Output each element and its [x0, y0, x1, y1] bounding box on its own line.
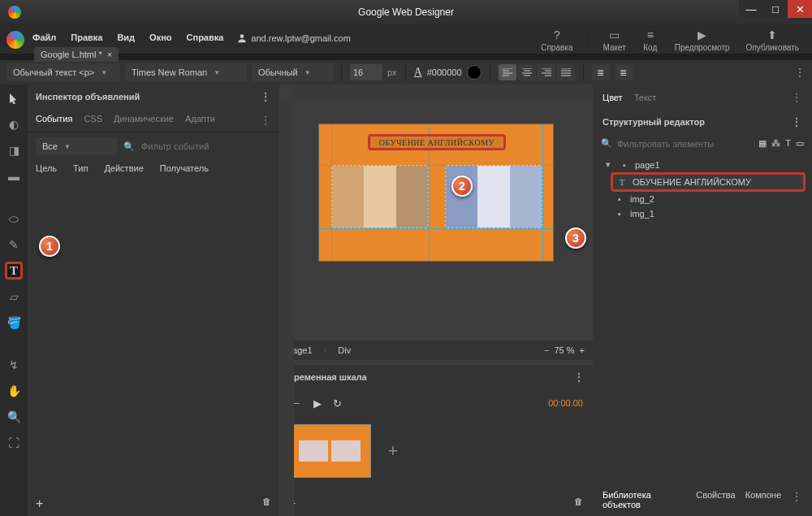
outline-filter-placeholder[interactable]: Фильтровать элементы: [617, 139, 714, 149]
more-icon[interactable]: ⋮: [791, 490, 802, 509]
tree-item-page[interactable]: ▾ ▪ page1: [599, 157, 806, 172]
gwd-logo-icon: [6, 31, 24, 49]
menu-file[interactable]: Файл: [32, 33, 56, 42]
close-button[interactable]: ✕: [788, 0, 812, 18]
text-tool[interactable]: T: [5, 262, 23, 280]
add-page-button[interactable]: +: [378, 436, 408, 466]
add-event-button[interactable]: +: [36, 496, 43, 511]
zoom-out-button[interactable]: −: [544, 345, 549, 355]
zoom-in-button[interactable]: +: [580, 345, 585, 355]
zoom-tool[interactable]: 🔍: [5, 408, 23, 426]
preview-button[interactable]: ▶Предпросмотр: [670, 29, 735, 52]
layout-button[interactable]: ▭Макет: [598, 29, 630, 52]
more-icon[interactable]: ⋮: [260, 90, 271, 103]
image-placeholder: [332, 166, 428, 228]
font-family-dropdown[interactable]: Times New Roman▼: [125, 63, 247, 81]
filter-placeholder[interactable]: Фильтр событий: [141, 141, 209, 151]
more-icon[interactable]: ⋮: [573, 371, 585, 384]
font-weight-value: Обычный: [258, 67, 298, 77]
tab-components[interactable]: Компоне: [745, 490, 781, 509]
tree-item-img1[interactable]: ▪ img_1: [611, 206, 806, 221]
canvas-image-1[interactable]: d-image #im: [331, 165, 429, 228]
outline-header: Структурный редактор ⋮: [593, 111, 812, 133]
close-tab-icon[interactable]: ×: [107, 50, 112, 59]
image-icon: ▪: [614, 209, 625, 219]
minimize-button[interactable]: —: [739, 0, 763, 18]
filter-scope-dropdown[interactable]: Все▼: [36, 137, 117, 155]
tab-events[interactable]: События: [36, 114, 72, 127]
canvas-text-element[interactable]: ОБУЧЕНИЕ АНГЛИЙСКОМУ: [368, 134, 506, 150]
component-filter-icon[interactable]: ⁂: [771, 138, 780, 149]
window-controls: — □ ✕: [739, 0, 812, 18]
text-filter-icon[interactable]: T: [785, 138, 791, 149]
tab-text[interactable]: Текст: [634, 93, 657, 102]
tab-adaptive[interactable]: Адапти: [185, 114, 215, 127]
shape-tool[interactable]: ▱: [5, 288, 23, 306]
canvas-image-2[interactable]: gwd-ima: [445, 165, 542, 228]
document-tab[interactable]: Google L.html * ×: [34, 47, 119, 62]
pen-tool[interactable]: ✎: [5, 236, 23, 254]
help-button[interactable]: ?Справка: [536, 29, 577, 52]
delete-keyframe-button[interactable]: 🗑: [574, 496, 583, 509]
menu-view[interactable]: Вид: [117, 33, 135, 42]
tree-item-img2[interactable]: ▪ img_2: [611, 192, 806, 206]
right-top-tabs: Цвет Текст ⋮: [593, 85, 812, 111]
tab-dynamic[interactable]: Динамические: [114, 114, 174, 127]
motion-path-tool[interactable]: ↯: [5, 356, 23, 374]
account-display[interactable]: and.rew.lptw@gmail.com: [236, 29, 350, 44]
right-bottom-tabs: Библиотека объектов Свойства Компоне ⋮: [593, 483, 812, 516]
publish-button[interactable]: ⬆Опубликовать: [741, 29, 804, 52]
more-icon[interactable]: ⋮: [791, 91, 802, 104]
select-tool[interactable]: [5, 89, 23, 107]
tab-color[interactable]: Цвет: [603, 93, 623, 102]
more-icon[interactable]: ⋮: [791, 115, 802, 128]
tree-item-text[interactable]: T ОБУЧЕНИЕ АНГЛИЙСКОМУ: [611, 172, 806, 192]
list-bullet-button[interactable]: ≣: [592, 64, 610, 80]
chevron-down-icon: ▼: [101, 69, 107, 76]
tab-library[interactable]: Библиотека объектов: [603, 490, 686, 509]
collapse-icon[interactable]: ▾: [603, 159, 614, 170]
text-style-dropdown[interactable]: Обычный текст <p>▼: [6, 63, 120, 81]
tab-properties[interactable]: Свойства: [696, 490, 735, 509]
loop-button[interactable]: ↻: [333, 397, 342, 410]
list-number-button[interactable]: ≣: [615, 64, 633, 80]
group-filter-icon[interactable]: ▭: [796, 138, 804, 149]
align-center-button[interactable]: [518, 64, 536, 80]
color-swatch[interactable]: [467, 65, 482, 80]
align-right-button[interactable]: [538, 64, 555, 80]
align-justify-button[interactable]: [557, 64, 575, 80]
color-hex-value[interactable]: #000000: [427, 67, 462, 77]
guide-horizontal[interactable]: [319, 228, 553, 229]
text-format-toolbar: Обычный текст <p>▼ Times New Roman▼ Обыч…: [0, 60, 812, 85]
outline-tree: ▾ ▪ page1 T ОБУЧЕНИЕ АНГЛИЙСКОМУ ▪ img_2…: [593, 154, 812, 224]
menu-window[interactable]: Окно: [149, 33, 171, 42]
menu-edit[interactable]: Правка: [71, 33, 102, 42]
tab-css[interactable]: CSS: [84, 114, 102, 127]
tag-tool[interactable]: ⬭: [5, 210, 23, 228]
code-button[interactable]: ≡Код: [637, 29, 663, 52]
more-icon[interactable]: ⋮: [260, 114, 271, 127]
menu-help[interactable]: Справка: [187, 33, 224, 42]
align-left-button[interactable]: [499, 64, 516, 80]
3d-translate-tool[interactable]: ◨: [5, 141, 23, 159]
font-size-input[interactable]: 16: [350, 64, 382, 80]
fill-tool[interactable]: 🪣: [5, 314, 23, 332]
guide-vertical[interactable]: [542, 124, 543, 261]
expand-tool[interactable]: ⛶: [5, 434, 23, 452]
hand-tool[interactable]: ✋: [5, 382, 23, 400]
breadcrumb-div[interactable]: Div: [338, 345, 351, 355]
image-filter-icon[interactable]: ▦: [758, 138, 767, 149]
play-button[interactable]: ▶: [313, 397, 322, 410]
timeline-title: Временная шкала: [287, 372, 367, 382]
canvas-page[interactable]: ОБУЧЕНИЕ АНГЛИЙСКОМУ d-image #im gwd-ima: [318, 124, 554, 262]
element-tool[interactable]: ▬: [5, 167, 23, 185]
font-weight-dropdown[interactable]: Обычный▼: [252, 63, 333, 81]
page-thumbnail[interactable]: [289, 425, 370, 477]
maximize-button[interactable]: □: [763, 0, 788, 18]
3d-rotate-tool[interactable]: ◐: [5, 115, 23, 133]
zoom-value[interactable]: 75 %: [554, 345, 574, 355]
more-icon[interactable]: ⋮: [794, 66, 806, 79]
stage-viewport[interactable]: ОБУЧЕНИЕ АНГЛИЙСКОМУ d-image #im gwd-ima: [294, 99, 593, 340]
separator: [490, 64, 490, 80]
delete-event-button[interactable]: 🗑: [262, 496, 271, 511]
